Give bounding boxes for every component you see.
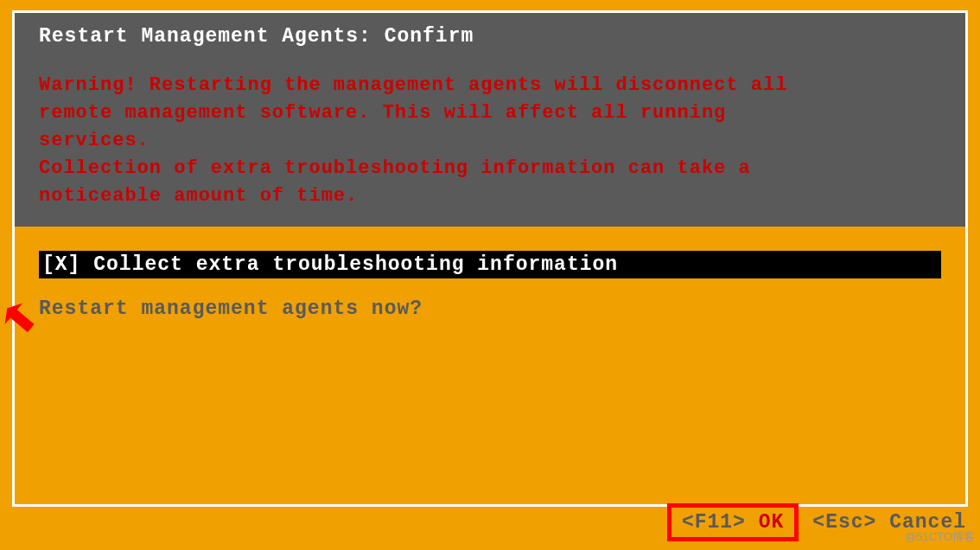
confirm-dialog: Restart Management Agents: Confirm Warni… <box>12 10 968 507</box>
annotation-arrow-icon <box>0 299 35 334</box>
checkbox-label: Collect extra troubleshooting informatio… <box>93 253 618 276</box>
ok-key-hint: <F11> <box>682 511 746 534</box>
collect-info-checkbox[interactable]: [X] Collect extra troubleshooting inform… <box>39 251 941 278</box>
watermark: @51CTO博客 <box>905 529 975 545</box>
dialog-header: Restart Management Agents: Confirm Warni… <box>15 13 965 227</box>
svg-marker-0 <box>0 299 35 334</box>
cancel-key-hint: <Esc> <box>812 511 876 534</box>
checkbox-marker: [X] <box>42 253 80 276</box>
ok-button[interactable]: <F11> OK <box>667 503 799 541</box>
confirm-prompt: Restart management agents now? <box>39 297 941 320</box>
ok-label: OK <box>759 511 785 534</box>
dialog-body: [X] Collect extra troubleshooting inform… <box>15 227 965 332</box>
warning-message: Warning! Restarting the management agent… <box>39 72 941 209</box>
dialog-title: Restart Management Agents: Confirm <box>39 25 941 48</box>
